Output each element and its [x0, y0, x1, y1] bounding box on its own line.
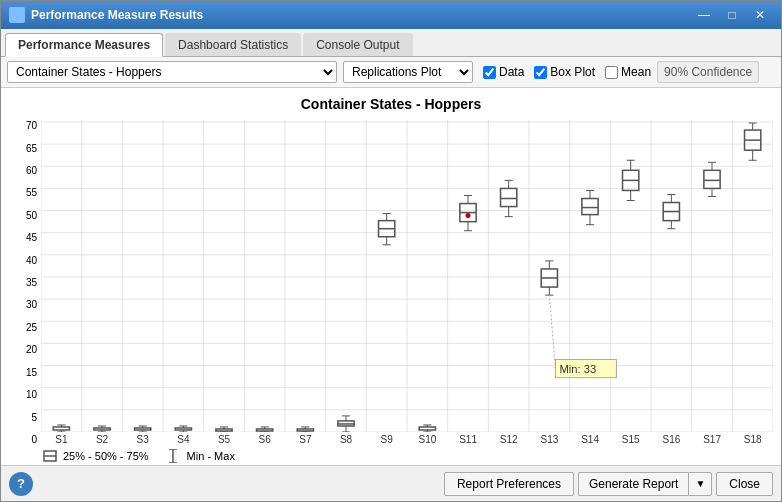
- title-bar: Performance Measure Results — □ ✕: [1, 1, 781, 29]
- x-label-s5: S5: [204, 434, 245, 445]
- toolbar: Container States - Hoppers Replications …: [1, 57, 781, 88]
- window-title: Performance Measure Results: [31, 8, 203, 22]
- svg-rect-93: [501, 188, 517, 206]
- plot-type-select[interactable]: Replications Plot: [343, 61, 473, 83]
- svg-rect-34: [53, 427, 69, 430]
- x-label-s18: S18: [732, 434, 773, 445]
- mean-checkbox[interactable]: [605, 66, 618, 79]
- x-label-s15: S15: [610, 434, 651, 445]
- svg-rect-39: [94, 428, 110, 430]
- svg-line-107: [549, 295, 555, 368]
- x-label-s16: S16: [651, 434, 692, 445]
- tab-dashboard-statistics[interactable]: Dashboard Statistics: [165, 33, 301, 56]
- legend-box-item: 25% - 50% - 75%: [43, 449, 149, 463]
- x-axis: S1 S2 S3 S4 S5 S6 S7 S8 S9 S10 S11 S12 S…: [41, 432, 773, 445]
- tab-bar: Performance Measures Dashboard Statistic…: [1, 29, 781, 57]
- svg-text:Min: 33: Min: 33: [560, 363, 597, 375]
- close-button[interactable]: Close: [716, 472, 773, 496]
- chart-svg: Min: 33: [41, 120, 773, 432]
- svg-rect-64: [297, 429, 313, 431]
- titlebar-close-button[interactable]: ✕: [747, 6, 773, 24]
- x-label-s10: S10: [407, 434, 448, 445]
- x-label-s2: S2: [82, 434, 123, 445]
- y-label-65: 65: [9, 143, 37, 154]
- maximize-button[interactable]: □: [719, 6, 745, 24]
- confidence-display: 90% Confidence: [657, 61, 759, 83]
- y-label-55: 55: [9, 187, 37, 198]
- x-label-s14: S14: [570, 434, 611, 445]
- y-label-30: 30: [9, 299, 37, 310]
- y-label-50: 50: [9, 210, 37, 221]
- y-label-25: 25: [9, 322, 37, 333]
- svg-point-88: [465, 213, 470, 218]
- y-label-60: 60: [9, 165, 37, 176]
- x-label-s12: S12: [488, 434, 529, 445]
- bottom-bar: ? Report Preferences Generate Report ▼ C…: [1, 465, 781, 501]
- data-checkbox[interactable]: [483, 66, 496, 79]
- x-label-s9: S9: [366, 434, 407, 445]
- y-label-70: 70: [9, 120, 37, 131]
- y-label-15: 15: [9, 367, 37, 378]
- legend-whisker-icon: [165, 449, 181, 463]
- mean-checkbox-label[interactable]: Mean: [605, 65, 651, 79]
- bottom-bar-right: Report Preferences Generate Report ▼ Clo…: [444, 472, 773, 496]
- y-label-5: 5: [9, 412, 37, 423]
- y-label-10: 10: [9, 389, 37, 400]
- x-label-s7: S7: [285, 434, 326, 445]
- y-label-0: 0: [9, 434, 37, 445]
- data-checkbox-label[interactable]: Data: [483, 65, 524, 79]
- app-icon: [9, 7, 25, 23]
- x-label-s6: S6: [244, 434, 285, 445]
- boxplot-checkbox-label[interactable]: Box Plot: [534, 65, 595, 79]
- report-preferences-button[interactable]: Report Preferences: [444, 472, 574, 496]
- svg-rect-44: [135, 428, 151, 430]
- chart-legend: 25% - 50% - 75% Min - Max: [9, 445, 773, 465]
- x-label-s3: S3: [122, 434, 163, 445]
- chart-area: Container States - Hoppers 0 5 10 15 20 …: [1, 88, 781, 465]
- x-label-s1: S1: [41, 434, 82, 445]
- bottom-bar-left: ?: [9, 472, 33, 496]
- svg-rect-54: [216, 429, 232, 431]
- legend-box-label: 25% - 50% - 75%: [63, 450, 149, 462]
- x-label-s8: S8: [326, 434, 367, 445]
- plot-container: Min: 33: [41, 120, 773, 445]
- y-label-40: 40: [9, 255, 37, 266]
- svg-rect-108: [582, 199, 598, 215]
- x-label-s4: S4: [163, 434, 204, 445]
- chart-title: Container States - Hoppers: [9, 96, 773, 112]
- x-label-s13: S13: [529, 434, 570, 445]
- y-label-45: 45: [9, 232, 37, 243]
- svg-rect-49: [175, 428, 191, 430]
- dataset-select[interactable]: Container States - Hoppers: [7, 61, 337, 83]
- x-label-s11: S11: [448, 434, 489, 445]
- checkbox-group: Data Box Plot Mean: [483, 65, 651, 79]
- y-axis: 0 5 10 15 20 25 30 35 40 45 50 55 60 65 …: [9, 120, 41, 445]
- legend-whisker-label: Min - Max: [187, 450, 235, 462]
- svg-rect-126: [704, 170, 720, 188]
- generate-report-button[interactable]: Generate Report: [578, 472, 688, 496]
- boxplot-checkbox[interactable]: [534, 66, 547, 79]
- tab-performance-measures[interactable]: Performance Measures: [5, 33, 163, 57]
- y-label-20: 20: [9, 344, 37, 355]
- window-controls: — □ ✕: [691, 6, 773, 24]
- legend-whisker-item: Min - Max: [165, 449, 235, 463]
- y-label-35: 35: [9, 277, 37, 288]
- generate-report-split-button[interactable]: Generate Report ▼: [578, 472, 712, 496]
- minimize-button[interactable]: —: [691, 6, 717, 24]
- tab-console-output[interactable]: Console Output: [303, 33, 412, 56]
- plot-area: Min: 33: [41, 120, 773, 432]
- x-label-s17: S17: [692, 434, 733, 445]
- generate-report-dropdown[interactable]: ▼: [688, 472, 712, 496]
- legend-box-icon: [43, 449, 57, 463]
- svg-rect-59: [257, 429, 273, 431]
- help-button[interactable]: ?: [9, 472, 33, 496]
